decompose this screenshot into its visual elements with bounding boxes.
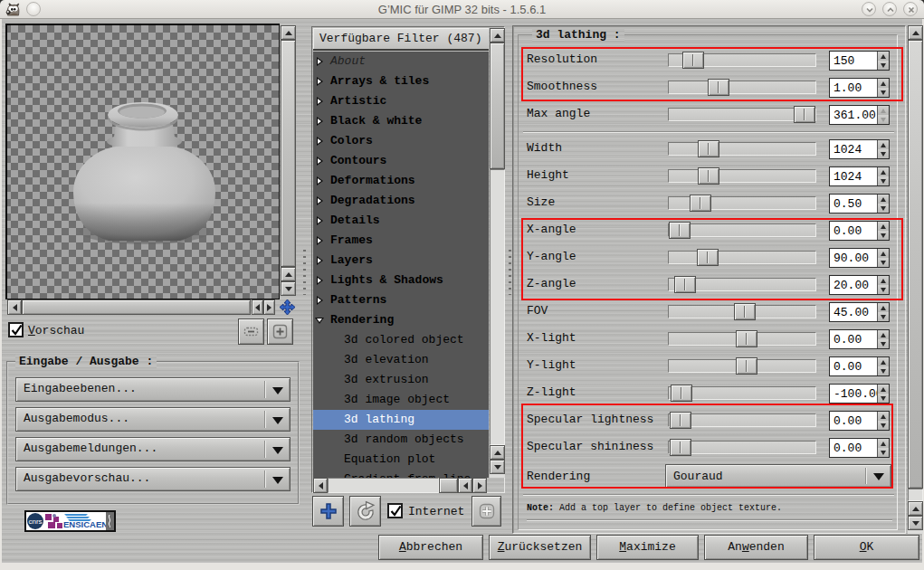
svg-text:ENSICAEN: ENSICAEN (63, 519, 108, 529)
svg-text:cnrs: cnrs (28, 518, 42, 526)
